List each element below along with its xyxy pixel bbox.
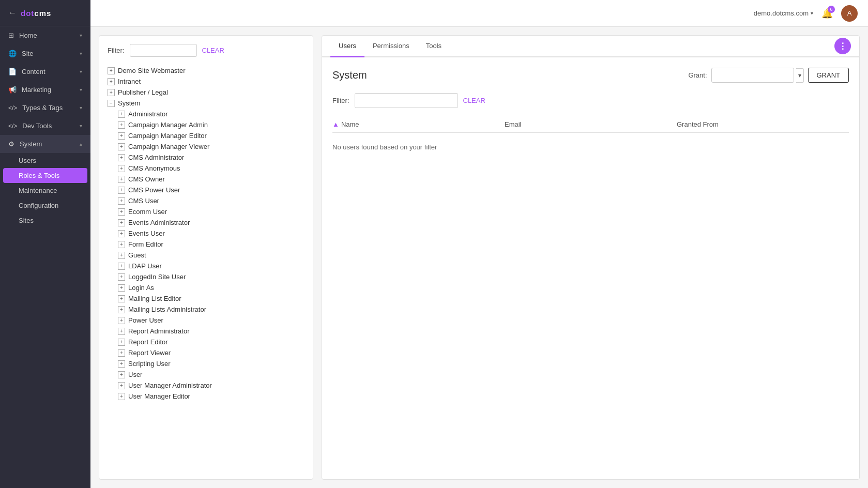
tree-item-cms-power-user[interactable]: + CMS Power User bbox=[118, 185, 304, 195]
tree-item-demo-site[interactable]: + Demo Site Webmaster bbox=[108, 65, 304, 76]
grant-button[interactable]: GRANT bbox=[808, 68, 849, 83]
col-header-granted-from[interactable]: Granted From bbox=[677, 120, 849, 128]
domain-selector[interactable]: demo.dotcms.com ▾ bbox=[754, 9, 813, 17]
tree-item-cms-owner[interactable]: + CMS Owner bbox=[118, 174, 304, 185]
grant-input[interactable] bbox=[711, 68, 794, 83]
tree-item-label: Guest bbox=[128, 251, 146, 259]
system-children: + Administrator + Campaign Manager Admin… bbox=[108, 109, 304, 402]
expand-icon: + bbox=[118, 121, 125, 129]
tree-item-mailing-lists-administrator[interactable]: + Mailing Lists Administrator bbox=[118, 304, 304, 315]
back-icon[interactable]: ← bbox=[8, 8, 17, 18]
tree-item-user-manager-administrator[interactable]: + User Manager Administrator bbox=[118, 380, 304, 391]
sidebar-sub-label: Configuration bbox=[19, 202, 58, 209]
sidebar-sub-item-maintenance[interactable]: Maintenance bbox=[0, 183, 90, 198]
user-avatar[interactable]: A bbox=[841, 5, 858, 22]
tree-item-power-user[interactable]: + Power User bbox=[118, 315, 304, 326]
tree-item-cms-anonymous[interactable]: + CMS Anonymous bbox=[118, 163, 304, 174]
topbar: demo.dotcms.com ▾ 🔔 6 A bbox=[90, 0, 868, 27]
panel-content: System Grant: ▾ GRANT Filter: CLEAR ▲ bbox=[322, 57, 859, 479]
tree-item-label: Report Editor bbox=[128, 338, 168, 346]
col-header-email[interactable]: Email bbox=[505, 120, 677, 128]
col-header-name[interactable]: ▲ Name bbox=[332, 120, 505, 128]
chevron-icon: ▾ bbox=[80, 33, 82, 38]
tree-item-report-viewer[interactable]: + Report Viewer bbox=[118, 347, 304, 358]
sidebar-sub-item-configuration[interactable]: Configuration bbox=[0, 198, 90, 213]
expand-icon: + bbox=[118, 208, 125, 216]
tree-item-campaign-manager-viewer[interactable]: + Campaign Manager Viewer bbox=[118, 141, 304, 152]
tree-item-user[interactable]: + User bbox=[118, 369, 304, 380]
tree-item-mailing-list-editor[interactable]: + Mailing List Editor bbox=[118, 293, 304, 304]
inner-filter-input[interactable] bbox=[355, 93, 458, 108]
sidebar-sub-item-users[interactable]: Users bbox=[0, 153, 90, 168]
sidebar-nav-item-dev-tools[interactable]: </> Dev Tools ▾ bbox=[0, 117, 90, 135]
clear-button[interactable]: CLEAR bbox=[202, 47, 224, 54]
inner-filter-row: Filter: CLEAR bbox=[332, 93, 849, 108]
tab-permissions[interactable]: Permissions bbox=[364, 36, 418, 57]
sidebar-item-label: Content bbox=[22, 68, 45, 75]
tree-item-label: CMS Power User bbox=[128, 186, 180, 194]
bell-button[interactable]: 🔔 6 bbox=[821, 8, 833, 19]
grant-dropdown-arrow[interactable]: ▾ bbox=[796, 68, 804, 83]
tree-item-login-as[interactable]: + Login As bbox=[118, 282, 304, 293]
inner-filter-label: Filter: bbox=[332, 97, 349, 104]
sidebar-nav-item-content[interactable]: 📄 Content ▾ bbox=[0, 63, 90, 81]
tree-item-label: Events User bbox=[128, 230, 165, 237]
sidebar-nav-item-home[interactable]: ⊞ Home ▾ bbox=[0, 26, 90, 44]
more-actions-button[interactable]: ⋮ bbox=[834, 38, 851, 54]
col-name-label: Name bbox=[341, 120, 359, 128]
sidebar-logo: ← dotcms bbox=[0, 0, 90, 26]
tree-item-report-editor[interactable]: + Report Editor bbox=[118, 337, 304, 347]
tree-item-campaign-manager-editor[interactable]: + Campaign Manager Editor bbox=[118, 130, 304, 141]
sidebar-nav-item-marketing[interactable]: 📢 Marketing ▾ bbox=[0, 81, 90, 99]
tree-item-label: Mailing Lists Administrator bbox=[128, 306, 206, 313]
tab-users[interactable]: Users bbox=[330, 36, 364, 57]
tab-permissions-label: Permissions bbox=[373, 42, 409, 50]
tree-item-campaign-manager-admin[interactable]: + Campaign Manager Admin bbox=[118, 119, 304, 130]
expand-icon: + bbox=[118, 219, 125, 226]
expand-icon: + bbox=[118, 241, 125, 248]
sidebar-nav-item-types-tags[interactable]: </> Types & Tags ▾ bbox=[0, 99, 90, 117]
tree-item-label: Power User bbox=[128, 316, 163, 324]
tree-item-cms-user[interactable]: + CMS User bbox=[118, 195, 304, 206]
expand-icon: + bbox=[108, 89, 115, 96]
sidebar-sub-label: Sites bbox=[19, 217, 34, 224]
tree-item-publisher-legal[interactable]: + Publisher / Legal bbox=[108, 87, 304, 98]
grant-row: Grant: ▾ GRANT bbox=[688, 68, 849, 83]
table-header: ▲ Name Email Granted From bbox=[332, 116, 849, 133]
chevron-icon: ▾ bbox=[80, 69, 82, 74]
dev-tools-icon: </> bbox=[8, 123, 17, 130]
tree-item-ecomm-user[interactable]: + Ecomm User bbox=[118, 206, 304, 217]
inner-clear-button[interactable]: CLEAR bbox=[463, 97, 485, 104]
tree-item-events-user[interactable]: + Events User bbox=[118, 228, 304, 239]
role-detail-panel: Users Permissions Tools ⋮ System Grant: bbox=[322, 35, 860, 480]
tree-item-system[interactable]: − System bbox=[108, 98, 304, 109]
tree-item-label: User Manager Editor bbox=[128, 392, 190, 400]
main-area: demo.dotcms.com ▾ 🔔 6 A Filter: CLEAR + bbox=[90, 0, 868, 488]
filter-input[interactable] bbox=[130, 44, 197, 57]
tree-item-events-administrator[interactable]: + Events Administrator bbox=[118, 217, 304, 228]
tree-item-intranet[interactable]: + Intranet bbox=[108, 76, 304, 87]
sidebar-sub-label: Users bbox=[19, 157, 36, 164]
tab-tools[interactable]: Tools bbox=[418, 36, 450, 57]
expand-icon: + bbox=[118, 306, 125, 313]
tree-item-loggedin-site-user[interactable]: + LoggedIn Site User bbox=[118, 271, 304, 282]
expand-icon: + bbox=[118, 349, 125, 357]
tree-item-scripting-user[interactable]: + Scripting User bbox=[118, 358, 304, 369]
tree-item-ldap-user[interactable]: + LDAP User bbox=[118, 261, 304, 271]
tree-item-form-editor[interactable]: + Form Editor bbox=[118, 239, 304, 250]
sidebar-sub-item-roles-tools[interactable]: Roles & Tools bbox=[3, 168, 87, 183]
sort-up-icon: ▲ bbox=[332, 120, 339, 128]
tree-item-user-manager-editor[interactable]: + User Manager Editor bbox=[118, 391, 304, 402]
tree-item-administrator[interactable]: + Administrator bbox=[118, 109, 304, 119]
tree-item-label: Scripting User bbox=[128, 360, 171, 368]
sidebar-nav-item-system[interactable]: ⚙ System ▴ bbox=[0, 135, 90, 153]
tree-item-report-administrator[interactable]: + Report Administrator bbox=[118, 326, 304, 337]
sidebar-nav-item-site[interactable]: 🌐 Site ▾ bbox=[0, 44, 90, 63]
tree-item-cms-administrator[interactable]: + CMS Administrator bbox=[118, 152, 304, 163]
tree-item-label: Events Administrator bbox=[128, 219, 190, 226]
sidebar-sub-item-sites[interactable]: Sites bbox=[0, 213, 90, 228]
tree-item-guest[interactable]: + Guest bbox=[118, 250, 304, 261]
site-icon: 🌐 bbox=[8, 50, 17, 57]
grant-label: Grant: bbox=[688, 71, 707, 79]
avatar-initials: A bbox=[847, 9, 852, 17]
